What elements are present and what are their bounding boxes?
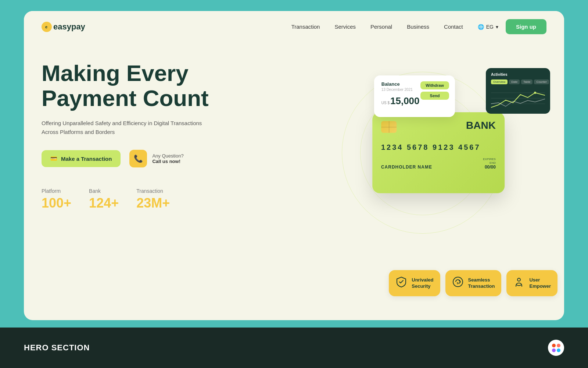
balance-card: Balance 13 December 2021 US $ 15,000 Wit… [374,75,455,117]
chevron-down-icon: ▾ [496,24,498,30]
call-button[interactable]: 📞 Any Question? Call us now! [129,150,183,167]
feature-security: UnrivaledSecurity [389,270,440,296]
transaction-label: SeamlessTransaction [468,277,495,290]
security-label: UnrivaledSecurity [412,277,433,290]
nav-business[interactable]: Business [407,24,429,30]
nav-right: 🌐 EG ▾ Sign up [478,19,546,34]
stat-transaction-number: 23M [136,195,162,210]
figma-dot-1 [552,344,556,347]
card-chip [381,121,397,133]
logo[interactable]: e easypay [42,22,85,32]
send-button[interactable]: Send [420,92,449,100]
act-tab-table[interactable]: Table [521,79,533,84]
globe-icon: 🌐 [478,24,484,30]
figma-dots [552,344,560,352]
call-text: Any Question? Call us now! [152,153,183,164]
stat-transaction: Transaction 23M+ [136,188,170,211]
card-expiry-label: EXPIRESEND [483,158,496,164]
transaction-circle-icon: $ [452,276,464,290]
figma-dot-4 [557,348,560,352]
act-tab-counter[interactable]: Counter [534,79,549,84]
hero-title-line2: Payment Count [42,85,209,111]
transaction-icon: 💳 [50,155,57,162]
stat-platform-value: 100+ [42,195,71,211]
stat-platform-label: Platform [42,188,71,194]
bottom-bar: HERO SECTION [0,328,588,368]
credit-card: BANK 1234 5678 9123 4567 CARDHOLDER NAME… [372,112,505,193]
nav-services[interactable]: Services [334,24,356,30]
svg-point-8 [517,278,520,281]
nav-transaction[interactable]: Transaction [291,24,320,30]
empower-icon [513,276,525,290]
hero-section: Making Every Payment Count Offering Unpa… [24,42,564,320]
navbar: e easypay Transaction Services Personal … [24,11,564,42]
make-transaction-button[interactable]: 💳 Make a Transaction [42,150,121,167]
hero-title-line1: Making Every [42,60,189,86]
activities-card: Activities Overview Date Table Counter [486,68,550,114]
feature-cards: UnrivaledSecurity $ SeamlessTransaction [389,270,557,296]
card-number: 1234 5678 9123 4567 [381,143,496,152]
chart-area [491,87,545,109]
hero-right: Balance 13 December 2021 US $ 15,000 Wit… [299,57,546,311]
figma-dot-2 [557,344,560,347]
nav-personal[interactable]: Personal [370,24,392,30]
stat-bank-suffix: + [111,195,119,210]
main-card: e easypay Transaction Services Personal … [24,11,564,320]
svg-text:$: $ [457,282,459,285]
nav-contact[interactable]: Contact [444,24,463,30]
stat-platform-number: 100 [42,195,64,210]
card-holder: CARDHOLDER NAME [381,164,432,170]
activities-title: Activities [491,72,545,77]
hero-title: Making Every Payment Count [42,61,284,111]
signup-button[interactable]: Sign up [506,19,546,34]
stat-transaction-suffix: + [162,195,170,210]
stat-transaction-value: 23M+ [136,195,170,211]
balance-buttons: Withdraw Send [420,81,449,100]
stat-bank-label: Bank [89,188,119,194]
transaction-button-label: Make a Transaction [61,156,112,162]
stat-bank: Bank 124+ [89,188,119,211]
phone-icon: 📞 [134,154,143,163]
stats-section: Platform 100+ Bank 124+ Transaction 23M+ [42,188,284,211]
stat-bank-number: 124 [89,195,111,210]
logo-icon: e [42,22,52,32]
stat-platform: Platform 100+ [42,188,71,211]
nav-links: Transaction Services Personal Business C… [291,24,463,30]
empower-label: UserEmpower [529,277,551,290]
card-expiry: EXPIRESEND 00/00 [483,158,496,170]
balance-amount: 15,000 [390,95,420,107]
bottom-label: HERO SECTION [24,343,90,353]
withdraw-button[interactable]: Withdraw [420,81,449,89]
stat-bank-value: 124+ [89,195,119,211]
act-tab-overview[interactable]: Overview [491,79,508,84]
feature-empower: UserEmpower [506,270,557,296]
logo-text: easypay [53,22,85,32]
hero-left: Making Every Payment Count Offering Unpa… [42,57,284,311]
call-text-bottom: Call us now! [152,159,183,164]
stat-platform-suffix: + [64,195,71,210]
feature-transaction: $ SeamlessTransaction [445,270,502,296]
phone-icon-circle: 📞 [129,150,147,167]
shield-icon [395,276,407,290]
figma-icon [548,340,564,356]
lang-selector[interactable]: 🌐 EG ▾ [478,24,498,30]
svg-text:e: e [45,25,47,29]
hero-buttons: 💳 Make a Transaction 📞 Any Question? Cal… [42,150,284,167]
activities-tabs: Overview Date Table Counter [491,79,545,84]
card-bottom: CARDHOLDER NAME EXPIRESEND 00/00 [381,158,496,170]
stat-transaction-label: Transaction [136,188,170,194]
svg-point-5 [534,92,536,94]
hero-subtitle: Offering Unparalleled Safety and Efficie… [42,119,203,137]
figma-dot-3 [552,348,556,352]
balance-currency: US $ [381,101,390,105]
card-bank-label: BANK [466,120,496,131]
act-tab-date[interactable]: Date [509,79,520,84]
card-expiry-value: 00/00 [483,164,496,170]
call-text-top: Any Question? [152,153,183,159]
lang-text: EG [486,24,494,30]
